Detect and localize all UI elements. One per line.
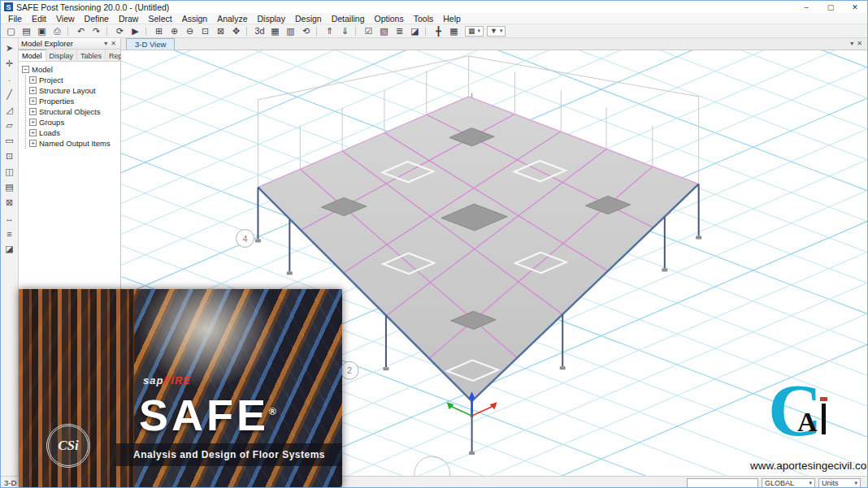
svg-text:4: 4 (242, 234, 247, 244)
print-button[interactable]: ⎙ (50, 25, 65, 37)
set-display-options-button[interactable]: ☑ (361, 25, 376, 37)
close-button[interactable]: ✕ (843, 1, 867, 13)
splash-tagline-band: Analysis and Design of Floor Systems (116, 443, 342, 466)
snap-grid-button[interactable]: ▦ (446, 25, 462, 37)
run-analysis-button[interactable]: ▶ (128, 25, 143, 37)
menu-item[interactable]: Help (438, 13, 466, 24)
menu-item[interactable]: Design (290, 13, 327, 24)
expand-icon[interactable] (29, 129, 37, 136)
select-pointer-button[interactable]: ➤ (2, 41, 17, 56)
units-dropdown[interactable]: Units (818, 478, 861, 488)
up-one-gridline-button[interactable]: ⇑ (322, 25, 337, 37)
tree-item[interactable]: Named Output Items (29, 138, 119, 149)
coordinates-display[interactable] (687, 478, 758, 488)
previous-zoom-button[interactable]: ⊠ (213, 25, 228, 37)
grid-bubble: 2 (341, 361, 358, 379)
quick-draw-frame-button[interactable]: ◿ (2, 102, 17, 118)
draw-area-button[interactable]: ▱ (2, 118, 17, 133)
draw-section-cut-button[interactable]: ◪ (2, 241, 17, 257)
section-cut-button[interactable]: ◪ (407, 25, 423, 37)
zoom-in-button[interactable]: ⊕ (167, 25, 182, 37)
zoom-full-button[interactable]: ⊡ (197, 25, 213, 37)
rubber-band-zoom-button[interactable]: ⊞ (151, 25, 167, 37)
draw-point-button[interactable]: ∙ (2, 71, 17, 87)
sapfire-logo: sapFIRE (143, 374, 191, 387)
draw-tendon-button[interactable]: ≡ (2, 226, 17, 241)
view-dock-caret-icon[interactable] (848, 40, 855, 47)
draw-frame-button[interactable]: ╱ (2, 87, 17, 102)
app-icon: S (4, 2, 13, 11)
show-tables-button[interactable]: ≣ (392, 25, 407, 37)
menu-item[interactable]: Assign (177, 13, 213, 24)
draw-design-strip-button[interactable]: ▤ (2, 179, 17, 195)
minimize-button[interactable]: – (794, 1, 818, 13)
app-window: S SAFE Post Tensioning 20.0.0 - (Untitle… (0, 0, 868, 488)
menu-item[interactable]: Define (80, 13, 114, 24)
view-3d-button[interactable]: 3d (252, 25, 267, 37)
tree-root[interactable]: Model (22, 64, 119, 75)
open-file-button[interactable]: ▤ (19, 25, 34, 37)
draw-toolbar: ➤✛∙╱◿▱▭⊡◫▤⊠↔≡◪ (1, 38, 19, 476)
model-explorer-title: Model Explorer (21, 39, 102, 48)
refresh-window-button[interactable]: ⟳ (112, 25, 128, 37)
selection-filter-dropdown[interactable]: ▼ (487, 26, 506, 37)
tree-item[interactable]: Properties (29, 96, 119, 106)
tree-item[interactable]: Structure Layout (29, 85, 119, 96)
draw-rect-area-button[interactable]: ▭ (2, 133, 17, 149)
menu-item[interactable]: Options (370, 13, 409, 24)
menu-item[interactable]: Display (253, 13, 290, 24)
menu-item[interactable]: Analyze (212, 13, 252, 24)
maximize-button[interactable]: ▢ (818, 1, 843, 13)
rotate-view-button[interactable]: ⟲ (298, 25, 314, 37)
display-options-dropdown[interactable]: ▦ (465, 26, 484, 37)
undo-button[interactable]: ↶ (73, 25, 89, 37)
draw-dimension-button[interactable]: ↔ (2, 210, 17, 226)
new-model-button[interactable]: ▢ (3, 25, 19, 37)
draw-opening-button[interactable]: ⊠ (2, 195, 17, 210)
object-shrink-button[interactable]: ▧ (376, 25, 392, 37)
expand-icon[interactable] (29, 97, 37, 105)
separator (145, 27, 149, 36)
tab-model[interactable]: Model (19, 50, 46, 61)
pan-button[interactable]: ✥ (228, 25, 244, 37)
reshape-object-button[interactable]: ✛ (2, 56, 17, 71)
draw-wall-button[interactable]: ◫ (2, 164, 17, 179)
tab-tables[interactable]: Tables (77, 50, 106, 61)
expand-icon[interactable] (29, 76, 37, 84)
quick-draw-area-button[interactable]: ⊡ (2, 149, 17, 164)
tree-item[interactable]: Structural Objects (29, 106, 119, 117)
menu-item[interactable]: Detailing (327, 13, 370, 24)
tree-item[interactable]: Groups (29, 117, 119, 127)
dock-close-icon[interactable] (109, 40, 118, 47)
svg-text:2: 2 (347, 365, 352, 375)
redo-button[interactable]: ↷ (89, 25, 104, 37)
zoom-out-button[interactable]: ⊖ (182, 25, 197, 37)
elevation-view-button[interactable]: ▥ (283, 25, 298, 37)
expand-icon[interactable] (29, 87, 37, 94)
grid-bubble: 4 (237, 230, 254, 248)
aportesingecivil-logo: C A (768, 384, 857, 457)
expand-icon[interactable] (29, 140, 37, 147)
tab-3d-view[interactable]: 3-D View (126, 38, 175, 50)
separator (106, 27, 110, 36)
dock-caret-icon[interactable] (102, 40, 109, 47)
expand-icon[interactable] (29, 119, 37, 126)
menu-item[interactable]: Select (143, 13, 176, 24)
tree-item[interactable]: Project (29, 75, 119, 85)
menu-item[interactable]: Edit (27, 13, 51, 24)
expand-icon[interactable] (29, 108, 37, 115)
coordinate-system-dropdown[interactable]: GLOBAL (762, 478, 815, 488)
menu-item[interactable]: View (51, 13, 80, 24)
down-one-gridline-button[interactable]: ⇓ (337, 25, 353, 37)
tree-item[interactable]: Loads (29, 127, 119, 138)
tab-display[interactable]: Display (46, 50, 78, 61)
view-close-icon[interactable] (855, 40, 864, 47)
menu-item[interactable]: File (3, 13, 27, 24)
save-button[interactable]: ▣ (34, 25, 50, 37)
snap-points-button[interactable]: ╋ (431, 25, 446, 37)
menu-item[interactable]: Draw (114, 13, 144, 24)
collapse-icon[interactable] (22, 66, 29, 73)
csi-logo: CSi (46, 424, 90, 468)
menu-item[interactable]: Tools (409, 13, 439, 24)
plan-view-button[interactable]: ▦ (267, 25, 283, 37)
